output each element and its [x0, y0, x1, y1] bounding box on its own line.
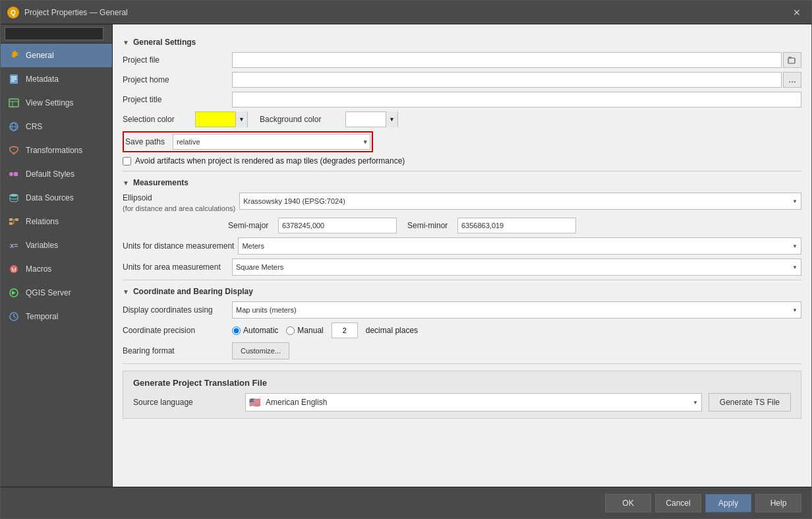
project-title-label: Project title	[123, 95, 228, 104]
style-icon	[7, 168, 20, 181]
content-panel: ▼ General Settings Project file Project …	[113, 24, 811, 487]
precision-spinbox[interactable]	[332, 322, 358, 338]
precision-manual-label: Manual	[297, 326, 323, 335]
project-home-input[interactable]	[232, 72, 782, 88]
macro-icon: M	[7, 262, 20, 276]
save-paths-select[interactable]: relative absolute	[173, 134, 370, 150]
sidebar-item-view-settings[interactable]: View Settings	[1, 91, 112, 115]
selection-color-box[interactable]: ▼	[195, 111, 248, 127]
title-bar: Q Project Properties — General ✕	[1, 1, 811, 24]
precision-manual-radio[interactable]	[286, 326, 295, 335]
help-button[interactable]: Help	[755, 494, 801, 512]
sidebar-item-general[interactable]: General	[1, 44, 112, 67]
sidebar-item-crs[interactable]: CRS	[1, 115, 112, 138]
svg-rect-29	[788, 58, 795, 63]
customize-button[interactable]: Customize...	[232, 342, 289, 359]
project-file-browse-button[interactable]	[783, 52, 801, 68]
sidebar-item-temporal[interactable]: Temporal	[1, 305, 112, 328]
collapse-triangle[interactable]: ▼	[123, 39, 129, 46]
sidebar-item-label-default-styles: Default Styles	[26, 169, 74, 179]
project-file-row: Project file	[123, 52, 801, 68]
measurements-collapse-triangle[interactable]: ▼	[123, 179, 129, 187]
sidebar-item-variables[interactable]: x= Variables	[1, 233, 112, 257]
source-language-label: Source language	[133, 398, 239, 407]
display-coords-label: Display coordinates using	[123, 305, 228, 315]
coordinate-display-title: Coordinate and Bearing Display	[133, 287, 253, 296]
qgis-icon	[7, 286, 20, 299]
ellipsoid-select[interactable]: Krassowsky 1940 (EPSG:7024)	[239, 193, 801, 210]
svg-point-15	[10, 194, 18, 197]
semi-minor-input[interactable]	[457, 218, 576, 233]
display-coords-select-wrapper: Map units (meters)	[232, 301, 801, 319]
sidebar-item-transformations[interactable]: Transformations	[1, 138, 112, 162]
bearing-format-label: Bearing format	[123, 346, 228, 355]
app-icon: Q	[7, 7, 19, 18]
project-home-browse-button[interactable]: …	[783, 72, 801, 88]
bearing-format-row: Bearing format Customize...	[123, 342, 801, 359]
save-paths-select-wrapper: relative absolute ▼	[173, 134, 370, 150]
crs-icon	[7, 120, 20, 133]
sidebar-item-default-styles[interactable]: Default Styles	[1, 162, 112, 186]
semi-row: Semi-major Semi-minor	[228, 218, 801, 233]
ellipsoid-label: Ellipsoid (for distance and area calcula…	[123, 193, 235, 214]
coord-precision-radio-group: Automatic Manual decimal places	[232, 322, 418, 338]
project-title-input[interactable]	[232, 92, 801, 107]
selection-color-label: Selection color	[123, 115, 188, 124]
project-properties-dialog: Q Project Properties — General ✕ General	[0, 0, 812, 519]
decimal-places-label: decimal places	[366, 326, 418, 335]
ok-button[interactable]: OK	[605, 494, 651, 512]
gear-icon	[7, 49, 20, 62]
display-coords-select[interactable]: Map units (meters)	[232, 301, 801, 319]
rel-icon	[7, 215, 20, 228]
sidebar-item-label-metadata: Metadata	[26, 75, 59, 84]
precision-manual-item: Manual	[286, 326, 323, 335]
dialog-title: Project Properties — General	[24, 8, 128, 17]
sidebar-item-label-variables: Variables	[26, 241, 58, 250]
sidebar-item-relations[interactable]: Relations	[1, 210, 112, 233]
precision-auto-radio[interactable]	[232, 326, 241, 335]
language-select-wrapper: 🇺🇸 American English	[245, 393, 702, 412]
sidebar-item-label-data-sources: Data Sources	[26, 193, 74, 202]
semi-major-input[interactable]	[278, 218, 397, 233]
translation-section: Generate Project Translation File Source…	[123, 371, 801, 419]
close-button[interactable]: ✕	[789, 6, 805, 19]
sidebar-item-data-sources[interactable]: Data Sources	[1, 186, 112, 210]
search-input[interactable]	[5, 27, 103, 40]
sidebar-item-macros[interactable]: M Macros	[1, 257, 112, 281]
background-color-box[interactable]: ▼	[345, 111, 398, 127]
coord-collapse-triangle[interactable]: ▼	[123, 288, 129, 295]
display-coords-row: Display coordinates using Map units (met…	[123, 301, 801, 319]
background-color-swatch	[346, 112, 386, 127]
project-file-input[interactable]	[232, 52, 782, 68]
svg-rect-17	[15, 218, 18, 221]
semi-major-label: Semi-major	[228, 221, 274, 230]
ellipsoid-row: Ellipsoid (for distance and area calcula…	[123, 193, 801, 214]
project-home-row: Project home …	[123, 72, 801, 88]
generate-ts-file-button[interactable]: Generate TS File	[709, 393, 791, 412]
sidebar-item-label-transformations: Transformations	[26, 146, 82, 155]
cancel-button[interactable]: Cancel	[655, 494, 701, 512]
language-select[interactable]: American English	[245, 393, 702, 412]
avoid-artifacts-checkbox[interactable]	[123, 157, 131, 166]
sidebar-item-metadata[interactable]: Metadata	[1, 67, 112, 91]
general-settings-header: ▼ General Settings	[123, 38, 801, 47]
units-distance-row: Units for distance measurement Meters	[123, 237, 801, 255]
save-paths-label: Save paths	[125, 137, 165, 146]
sidebar-item-label-relations: Relations	[26, 217, 59, 226]
apply-button[interactable]: Apply	[705, 494, 751, 512]
svg-rect-30	[788, 57, 792, 59]
units-area-label: Units for area measurement	[123, 262, 228, 272]
title-bar-left: Q Project Properties — General	[7, 7, 128, 18]
sidebar-item-qgis-server[interactable]: QGIS Server	[1, 281, 112, 305]
section-divider-2	[123, 280, 801, 280]
sidebar-item-label-temporal: Temporal	[26, 312, 58, 321]
sidebar-item-label-crs: CRS	[26, 122, 42, 131]
units-distance-select[interactable]: Meters	[238, 237, 801, 255]
sidebar-item-label-general: General	[26, 51, 54, 60]
units-area-select[interactable]: Square Meters	[232, 259, 801, 276]
view-icon	[7, 96, 20, 109]
project-file-label: Project file	[123, 55, 228, 65]
background-color-dropdown[interactable]: ▼	[386, 111, 397, 127]
selection-color-dropdown[interactable]: ▼	[235, 111, 247, 127]
project-title-row: Project title	[123, 92, 801, 107]
